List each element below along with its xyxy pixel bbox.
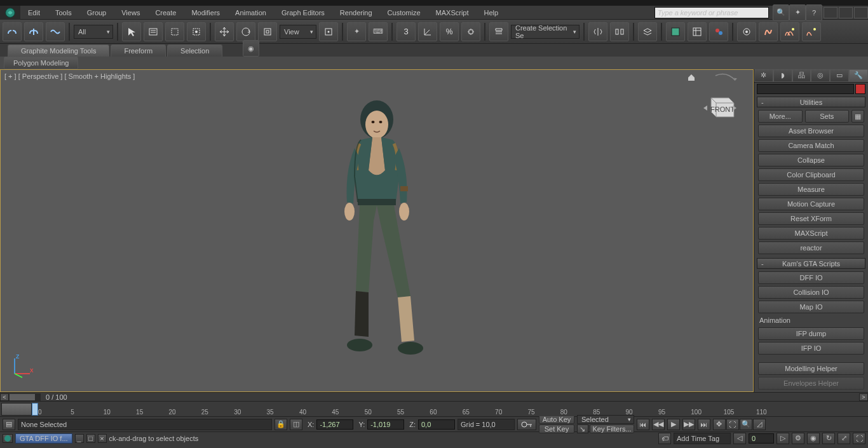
render-production-icon[interactable] — [780, 22, 799, 41]
menu-graph-editors[interactable]: Graph Editors — [274, 7, 332, 18]
motion-tab-icon[interactable]: ◎ — [811, 69, 830, 82]
menu-rendering[interactable]: Rendering — [332, 7, 380, 18]
mini-listener-icon[interactable]: ▤ — [3, 419, 15, 430]
select-region-icon[interactable] — [165, 22, 184, 41]
asset-browser-button[interactable]: Asset Browser — [758, 125, 864, 137]
percent-snap-icon[interactable]: % — [440, 22, 459, 41]
motion-capture-button[interactable]: Motion Capture — [758, 198, 864, 210]
scroll-left-icon[interactable]: < — [0, 393, 9, 401]
object-color-swatch[interactable] — [855, 84, 865, 95]
play-icon[interactable]: ▶ — [667, 419, 680, 430]
goto-start-icon[interactable]: ⏮ — [637, 419, 649, 430]
prev-key-icon[interactable]: ◁ — [733, 433, 746, 444]
unlink-icon[interactable] — [24, 22, 43, 41]
scroll-right-icon[interactable]: > — [859, 393, 868, 401]
measure-button[interactable]: Measure — [758, 183, 864, 196]
help-search-button[interactable]: 🔍 — [773, 4, 789, 21]
goto-end-icon[interactable]: ⏭ — [698, 419, 710, 430]
window-crossing-icon[interactable] — [187, 22, 206, 41]
modelling-helper-button[interactable]: Modelling Helper — [758, 362, 864, 375]
time-slider-head[interactable] — [32, 403, 38, 416]
spinner-snap-icon[interactable] — [461, 22, 480, 41]
select-by-name-icon[interactable] — [144, 22, 163, 41]
collision-io-button[interactable]: Collision IO — [758, 286, 864, 299]
nav-dolly-icon[interactable]: ⤢ — [837, 433, 850, 444]
menu-customize[interactable]: Customize — [380, 7, 428, 18]
material-editor-icon[interactable] — [709, 22, 728, 41]
modify-tab-icon[interactable]: ◗ — [773, 69, 792, 82]
create-tab-icon[interactable]: ✲ — [754, 69, 773, 82]
pan-view-icon[interactable]: ✥ — [713, 419, 726, 430]
lock-selection-icon[interactable]: 🔒 — [275, 419, 287, 430]
menu-modifiers[interactable]: Modifiers — [184, 7, 227, 18]
camera-match-button[interactable]: Camera Match — [758, 139, 864, 152]
time-tag-icon[interactable]: 🏷 — [658, 433, 671, 444]
tab-freeform[interactable]: Freeform — [111, 44, 166, 57]
keyboard-shortcut-icon[interactable]: ⌨ — [369, 22, 388, 41]
scroll-thumb[interactable] — [10, 394, 35, 400]
edit-named-sel-icon[interactable] — [489, 22, 508, 41]
key-filter-dropdown[interactable]: Selected — [577, 415, 634, 424]
sets-button[interactable]: Sets — [805, 110, 850, 123]
menu-views[interactable]: Views — [114, 7, 147, 18]
maximize-button[interactable] — [839, 7, 853, 18]
current-frame-input[interactable] — [749, 433, 774, 444]
viewport[interactable]: [ + ] [ Perspective ] [ Smooth + Highlig… — [0, 69, 754, 392]
view-cube[interactable]: FRONT — [700, 89, 740, 123]
utilities-tab-icon[interactable]: 🔧 — [849, 69, 868, 82]
maxscript-mini-icon[interactable] — [3, 434, 13, 443]
zoom-icon[interactable]: 🔍 — [740, 419, 752, 430]
viewport-label[interactable]: [ + ] [ Perspective ] [ Smooth + Highlig… — [4, 72, 135, 80]
task-min-icon[interactable]: _ — [75, 434, 84, 443]
maxscript-button[interactable]: MAXScript — [758, 227, 864, 240]
move-icon[interactable] — [215, 22, 234, 41]
task-close-icon[interactable]: × — [98, 434, 107, 443]
curve-editor-icon[interactable] — [666, 22, 685, 41]
menu-help[interactable]: Help — [477, 7, 506, 18]
comm-center-button[interactable]: ✦ — [789, 4, 806, 21]
named-selset-dropdown[interactable]: Create Selection Se — [511, 25, 580, 39]
ifp-io-button[interactable]: IFP IO — [758, 342, 864, 355]
close-button[interactable] — [854, 7, 868, 18]
menu-tools[interactable]: Tools — [48, 7, 79, 18]
snap-3d-icon[interactable]: 3 — [397, 22, 416, 41]
envelopes-helper-button[interactable]: Envelopes Helper — [758, 377, 864, 390]
align-icon[interactable] — [610, 22, 629, 41]
rollout-utilities[interactable]: -Utilities — [757, 97, 865, 107]
time-config-icon[interactable]: ⚙ — [792, 433, 804, 444]
scale-icon[interactable] — [258, 22, 277, 41]
tab-graphite-modeling[interactable]: Graphite Modeling Tools — [8, 44, 109, 57]
set-key-button[interactable]: Set Key — [539, 424, 574, 433]
minimize-button[interactable] — [824, 7, 837, 18]
manipulate-icon[interactable]: ✦ — [347, 22, 366, 41]
tab-selection[interactable]: Selection — [167, 44, 222, 57]
key-filters-button[interactable]: Key Filters... — [590, 424, 634, 433]
menu-create[interactable]: Create — [147, 7, 184, 18]
render-setup-icon[interactable] — [737, 22, 756, 41]
next-frame-icon[interactable]: ▶▶ — [682, 419, 695, 430]
layer-manager-icon[interactable] — [638, 22, 657, 41]
ifp-dump-button[interactable]: IFP dump — [758, 327, 864, 340]
dff-io-button[interactable]: DFF IO — [758, 271, 864, 284]
fov-icon[interactable]: ◿ — [753, 419, 766, 430]
link-icon[interactable] — [3, 22, 22, 41]
task-max-icon[interactable]: □ — [86, 434, 95, 443]
x-coord-input[interactable] — [316, 419, 353, 430]
ref-coord-dropdown[interactable]: View — [280, 25, 316, 39]
color-clipboard-button[interactable]: Color Clipboard — [758, 168, 864, 181]
track-bar-scroll[interactable]: < 0 / 100 > — [0, 392, 868, 401]
y-coord-input[interactable] — [367, 419, 404, 430]
bind-spacewarp-icon[interactable] — [46, 22, 65, 41]
nav-orbit-icon[interactable]: ↻ — [822, 433, 835, 444]
selection-filter-dropdown[interactable]: All — [74, 25, 113, 39]
rotate-icon[interactable] — [236, 22, 255, 41]
menu-maxscript[interactable]: MAXScript — [428, 7, 477, 18]
hierarchy-tab-icon[interactable]: 品 — [792, 69, 811, 82]
menu-group[interactable]: Group — [79, 7, 114, 18]
mirror-icon[interactable] — [588, 22, 607, 41]
render-iterative-icon[interactable] — [802, 22, 821, 41]
display-tab-icon[interactable]: ▭ — [830, 69, 849, 82]
schematic-view-icon[interactable] — [688, 22, 707, 41]
nav-pan-icon[interactable]: ◉ — [807, 433, 820, 444]
add-time-tag[interactable]: Add Time Tag — [674, 433, 731, 444]
